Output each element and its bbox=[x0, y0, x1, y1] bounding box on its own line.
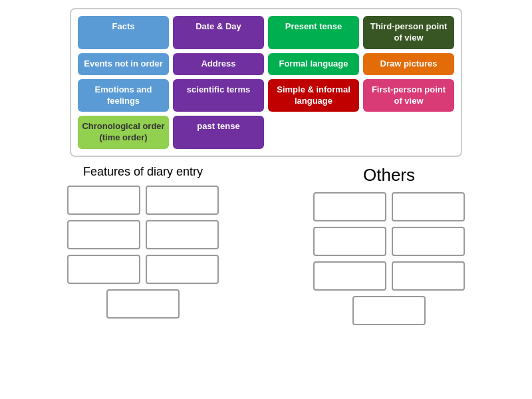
others-drop-3[interactable] bbox=[313, 227, 386, 256]
diary-drop-5[interactable] bbox=[67, 255, 140, 284]
others-drop-grid bbox=[313, 192, 465, 291]
card-emotions-and-feelings[interactable]: Emotions and feelings bbox=[78, 79, 169, 112]
diary-column: Features of diary entry bbox=[67, 165, 219, 325]
diary-title: Features of diary entry bbox=[83, 165, 203, 179]
others-column: Others bbox=[313, 165, 465, 325]
card-scientific-terms[interactable]: scientific terms bbox=[173, 79, 264, 112]
others-drop-5[interactable] bbox=[313, 261, 386, 291]
diary-drop-2[interactable] bbox=[146, 186, 219, 215]
card-date-day[interactable]: Date & Day bbox=[173, 16, 264, 49]
card-address[interactable]: Address bbox=[173, 53, 264, 75]
card-third-person[interactable]: Third-person point of view bbox=[363, 16, 454, 49]
diary-drop-1[interactable] bbox=[67, 186, 140, 215]
diary-drop-row-single bbox=[106, 289, 180, 319]
others-drop-1[interactable] bbox=[313, 192, 386, 221]
diary-drop-4[interactable] bbox=[146, 220, 219, 249]
card-events-not-in-order[interactable]: Events not in order bbox=[78, 53, 169, 75]
others-title: Others bbox=[363, 165, 415, 186]
card-chronological-order[interactable]: Chronological order (time order) bbox=[78, 116, 169, 149]
card-simple-informal-language[interactable]: Simple & informal language bbox=[268, 79, 359, 112]
card-present-tense[interactable]: Present tense bbox=[268, 16, 359, 49]
others-drop-4[interactable] bbox=[392, 227, 465, 256]
card-facts[interactable]: Facts bbox=[78, 16, 169, 49]
bottom-section: Features of diary entry Others bbox=[0, 165, 532, 325]
others-drop-6[interactable] bbox=[392, 261, 465, 291]
diary-drop-3[interactable] bbox=[67, 220, 140, 249]
card-container: Facts Date & Day Present tense Third-per… bbox=[70, 8, 462, 157]
card-draw-pictures[interactable]: Draw pictures bbox=[363, 53, 454, 75]
diary-drop-6[interactable] bbox=[146, 255, 219, 284]
card-past-tense[interactable]: past tense bbox=[173, 116, 264, 149]
others-drop-row-single bbox=[352, 296, 426, 325]
others-drop-2[interactable] bbox=[392, 192, 465, 221]
others-drop-7[interactable] bbox=[352, 296, 426, 325]
card-grid: Facts Date & Day Present tense Third-per… bbox=[78, 16, 454, 149]
diary-drop-grid bbox=[67, 186, 219, 284]
card-formal-language[interactable]: Formal language bbox=[268, 53, 359, 75]
diary-drop-7[interactable] bbox=[106, 289, 180, 319]
card-first-person[interactable]: First-person point of view bbox=[363, 79, 454, 112]
